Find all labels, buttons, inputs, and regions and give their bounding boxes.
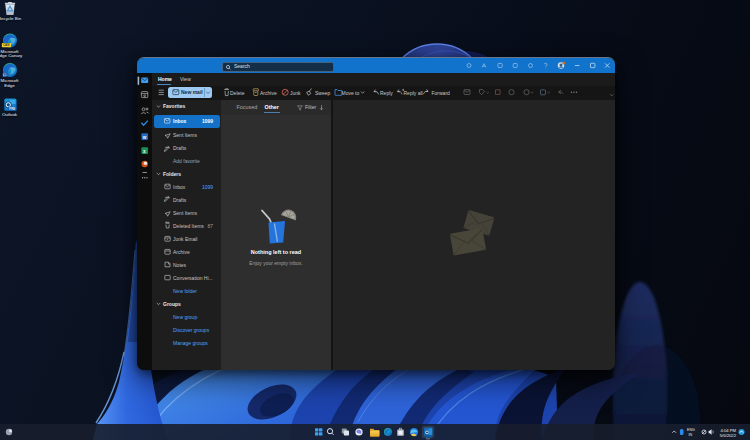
svg-text:w: w — [142, 135, 147, 140]
svg-text:5/6/2022: 5/6/2022 — [720, 433, 737, 438]
svg-text:x: x — [143, 149, 146, 154]
svg-text:IN: IN — [689, 433, 693, 437]
svg-text:PRE: PRE — [9, 107, 15, 111]
svg-text:ENG: ENG — [687, 428, 695, 432]
svg-text:CAN: CAN — [3, 43, 10, 47]
